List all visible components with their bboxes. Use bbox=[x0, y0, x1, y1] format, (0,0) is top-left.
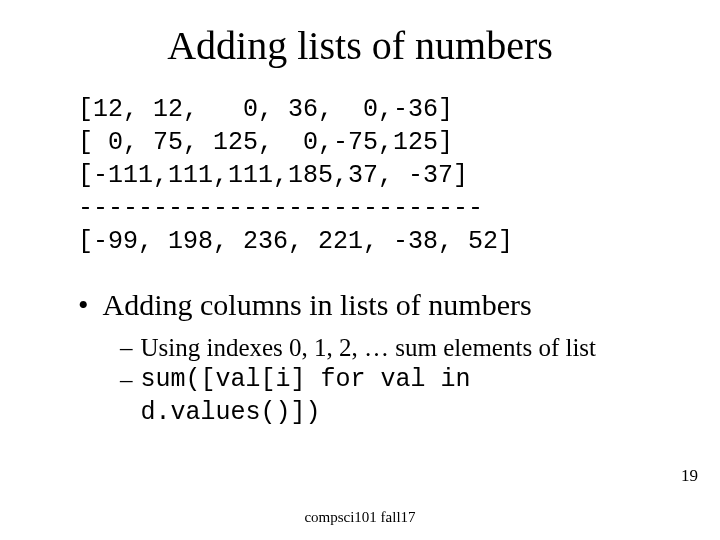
bullet-dot-icon: • bbox=[78, 286, 89, 324]
code-line-3: [-111,111,111,185,37, -37] bbox=[78, 161, 468, 190]
slide: Adding lists of numbers [12, 12, 0, 36, … bbox=[0, 0, 720, 540]
code-line-2: [ 0, 75, 125, 0,-75,125] bbox=[78, 128, 453, 157]
bullet-level1: • Adding columns in lists of numbers bbox=[78, 286, 660, 324]
slide-title: Adding lists of numbers bbox=[60, 22, 660, 69]
bullet-l1-text: Adding columns in lists of numbers bbox=[103, 286, 532, 324]
bullet-l2b-code: sum([val[i] for val in d.values()]) bbox=[141, 364, 661, 429]
footer-text: compsci101 fall17 bbox=[0, 509, 720, 526]
code-line-4: --------------------------- bbox=[78, 194, 483, 223]
page-number: 19 bbox=[681, 466, 698, 486]
bullet-dash-icon: – bbox=[120, 332, 133, 365]
code-line-1: [12, 12, 0, 36, 0,-36] bbox=[78, 95, 453, 124]
bullet-l2a-text: Using indexes 0, 1, 2, … sum elements of… bbox=[141, 332, 597, 365]
bullet-level2-b: – sum([val[i] for val in d.values()]) bbox=[120, 364, 660, 429]
bullet-level2-a: – Using indexes 0, 1, 2, … sum elements … bbox=[120, 332, 660, 365]
bullet-list: • Adding columns in lists of numbers – U… bbox=[78, 286, 660, 429]
code-block: [12, 12, 0, 36, 0,-36] [ 0, 75, 125, 0,-… bbox=[78, 93, 660, 258]
code-line-5: [-99, 198, 236, 221, -38, 52] bbox=[78, 227, 513, 256]
bullet-dash-icon: – bbox=[120, 364, 133, 429]
